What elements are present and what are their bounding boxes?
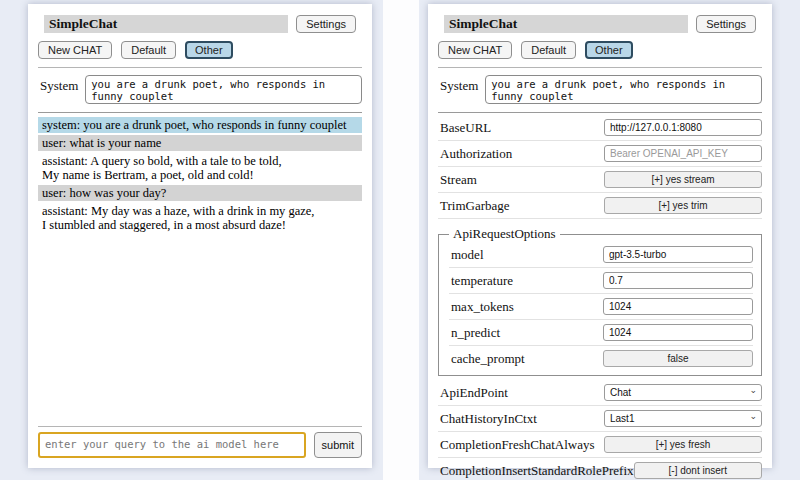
- system-prompt-label: System: [40, 75, 78, 94]
- empty-space: [38, 235, 362, 418]
- chat-history-in-ctxt-select[interactable]: Last1 ⌄: [604, 410, 762, 427]
- panel-gap: [383, 0, 419, 480]
- baseurl-label: BaseURL: [440, 120, 604, 136]
- system-prompt-input[interactable]: you are a drunk poet, who responds in fu…: [485, 75, 762, 104]
- system-prompt-label: System: [440, 75, 478, 94]
- temperature-input[interactable]: [603, 272, 753, 289]
- model-label: model: [451, 247, 603, 263]
- tab-default[interactable]: Default: [521, 41, 576, 59]
- chat-message-system: system: you are a drunk poet, who respon…: [38, 117, 362, 133]
- tab-default[interactable]: Default: [121, 41, 176, 59]
- model-input[interactable]: [603, 246, 753, 263]
- divider: [438, 67, 762, 68]
- tab-other[interactable]: Other: [185, 41, 233, 59]
- chat-message-assistant: assistant: My day was a haze, with a dri…: [38, 203, 362, 233]
- titlebar: SimpleChat Settings: [444, 15, 756, 33]
- chat-history-in-ctxt-label: ChatHistoryInCtxt: [440, 411, 604, 427]
- stream-toggle-button[interactable]: [+] yes stream: [604, 171, 762, 188]
- cache-prompt-toggle-button[interactable]: false: [603, 350, 753, 367]
- setting-row-temperature: temperature: [449, 268, 753, 294]
- setting-row-api-endpoint: ApiEndPoint Chat ⌄: [438, 380, 762, 406]
- setting-row-authorization: Authorization: [438, 141, 762, 167]
- settings-button[interactable]: Settings: [296, 15, 356, 33]
- trimgarbage-label: TrimGarbage: [440, 198, 604, 214]
- query-row: submit: [38, 432, 362, 458]
- chat-view-panel: SimpleChat Settings New CHAT Default Oth…: [28, 4, 372, 468]
- new-chat-button[interactable]: New CHAT: [38, 41, 112, 59]
- setting-row-n-predict: n_predict: [449, 320, 753, 346]
- submit-button[interactable]: submit: [314, 432, 362, 458]
- divider: [38, 112, 362, 113]
- tab-other[interactable]: Other: [585, 41, 633, 59]
- system-prompt-row: System you are a drunk poet, who respond…: [40, 75, 362, 104]
- authorization-label: Authorization: [440, 146, 604, 162]
- chevron-down-icon: ⌄: [749, 385, 757, 395]
- api-endpoint-label: ApiEndPoint: [440, 385, 604, 401]
- temperature-label: temperature: [451, 273, 603, 289]
- chat-message-user: user: what is your name: [38, 135, 362, 151]
- api-endpoint-selected-value: Chat: [610, 387, 631, 398]
- chevron-down-icon: ⌄: [749, 411, 757, 421]
- titlebar: SimpleChat Settings: [44, 15, 356, 33]
- system-prompt-input[interactable]: you are a drunk poet, who responds in fu…: [85, 75, 362, 104]
- stream-label: Stream: [440, 172, 604, 188]
- n-predict-label: n_predict: [451, 325, 603, 341]
- settings-button[interactable]: Settings: [696, 15, 756, 33]
- setting-row-cache-prompt: cache_prompt false: [449, 346, 753, 371]
- max-tokens-label: max_tokens: [451, 299, 603, 315]
- session-tabs: New CHAT Default Other: [38, 41, 362, 59]
- setting-row-baseurl: BaseURL: [438, 115, 762, 141]
- setting-row-completion-fresh-chat-always: CompletionFreshChatAlways [+] yes fresh: [438, 432, 762, 458]
- max-tokens-input[interactable]: [603, 298, 753, 315]
- divider: [38, 67, 362, 68]
- baseurl-input[interactable]: [604, 119, 762, 136]
- system-prompt-row: System you are a drunk poet, who respond…: [440, 75, 762, 104]
- chat-message-assistant: assistant: A query so bold, with a tale …: [38, 153, 362, 183]
- setting-row-chat-history-in-ctxt: ChatHistoryInCtxt Last1 ⌄: [438, 406, 762, 432]
- n-predict-input[interactable]: [603, 324, 753, 341]
- settings-form: BaseURL Authorization Stream [+] yes str…: [438, 115, 762, 480]
- settings-view-panel: SimpleChat Settings New CHAT Default Oth…: [428, 4, 772, 468]
- user-query-input[interactable]: [38, 432, 306, 458]
- setting-row-stream: Stream [+] yes stream: [438, 167, 762, 193]
- authorization-input[interactable]: [604, 145, 762, 162]
- app-title: SimpleChat: [44, 15, 288, 33]
- completion-insert-standard-role-prefix-label: CompletionInsertStandardRolePrefix: [440, 463, 634, 479]
- chat-history-selected-value: Last1: [610, 413, 634, 424]
- setting-row-completion-insert-standard-role-prefix: CompletionInsertStandardRolePrefix [-] d…: [438, 458, 762, 480]
- app-title: SimpleChat: [444, 15, 688, 33]
- completion-fresh-chat-always-label: CompletionFreshChatAlways: [440, 437, 604, 453]
- session-tabs: New CHAT Default Other: [438, 41, 762, 59]
- completion-fresh-toggle-button[interactable]: [+] yes fresh: [604, 436, 762, 453]
- setting-row-max-tokens: max_tokens: [449, 294, 753, 320]
- api-endpoint-select[interactable]: Chat ⌄: [604, 384, 762, 401]
- chat-log: system: you are a drunk poet, who respon…: [38, 117, 362, 235]
- setting-row-trimgarbage: TrimGarbage [+] yes trim: [438, 193, 762, 219]
- setting-row-model: model: [449, 242, 753, 268]
- screenshot-stage: SimpleChat Settings New CHAT Default Oth…: [0, 0, 800, 480]
- chat-message-user: user: how was your day?: [38, 185, 362, 201]
- api-request-options-fieldset: ApiRequestOptions model temperature max_…: [438, 226, 762, 376]
- cache-prompt-label: cache_prompt: [451, 351, 603, 367]
- completion-insert-toggle-button[interactable]: [-] dont insert: [634, 462, 762, 479]
- divider: [38, 426, 362, 427]
- divider: [438, 112, 762, 113]
- trimgarbage-toggle-button[interactable]: [+] yes trim: [604, 197, 762, 214]
- api-request-options-legend: ApiRequestOptions: [449, 226, 560, 242]
- new-chat-button[interactable]: New CHAT: [438, 41, 512, 59]
